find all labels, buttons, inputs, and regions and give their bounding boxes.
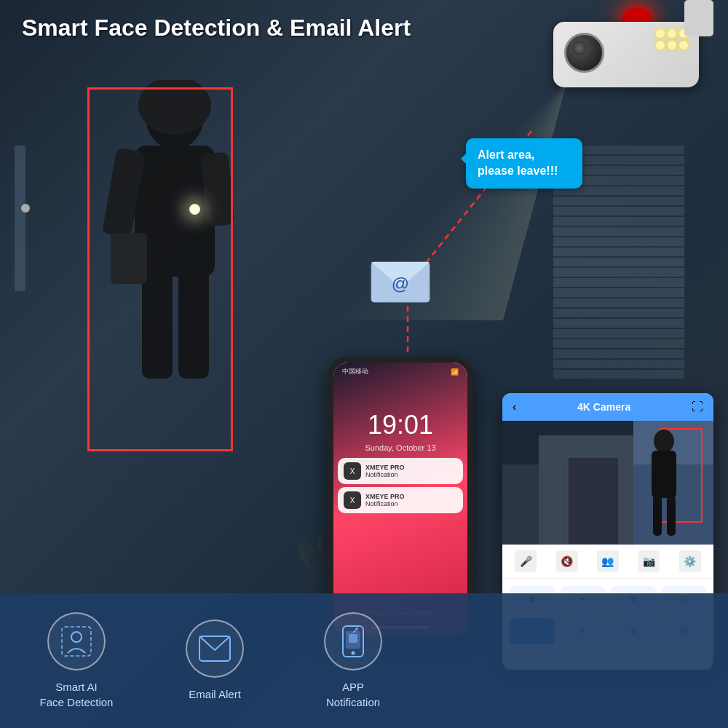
svg-rect-23 <box>653 496 662 536</box>
notif-app-1: XMEYE PRO <box>365 464 405 471</box>
fullscreen-icon[interactable]: ⛶ <box>692 400 703 414</box>
camera <box>553 22 699 87</box>
camera-body <box>553 22 699 87</box>
email-alert-label: Email Alert <box>189 687 241 702</box>
phone-time: 19:01 <box>333 381 467 440</box>
notif-icon-2: X <box>344 491 361 509</box>
camera-light-2 <box>668 29 676 38</box>
app-camera-feed <box>502 421 713 545</box>
header: Smart Face Detection & Email Alert <box>22 15 411 41</box>
svg-rect-18 <box>568 457 619 545</box>
feature-app-notification: APPNotification <box>306 612 400 710</box>
camera-light-1 <box>656 29 665 38</box>
camera-lens <box>564 33 604 73</box>
app-title-bar: ‹ 4K Camera ⛶ <box>502 393 713 421</box>
face-detection-label: Smart AIFace Detection <box>40 679 114 710</box>
notif-app-2: XMEYE PRO <box>365 493 405 500</box>
notif-icon-1: X <box>344 462 361 480</box>
svg-point-26 <box>71 632 82 642</box>
notification-2: X XMEYE PRO Notification <box>338 487 463 513</box>
mic-button[interactable]: 🎤 <box>515 550 537 572</box>
phone-status-bar: 中国移动 📶 <box>333 363 467 381</box>
email-alert-icon-circle <box>186 620 244 678</box>
flashlight <box>189 204 200 215</box>
back-icon[interactable]: ‹ <box>513 400 516 414</box>
settings-button[interactable]: ⚙️ <box>679 550 701 572</box>
camera-lights <box>656 29 688 50</box>
svg-point-21 <box>654 430 674 453</box>
app-controls: 🎤 🔇 👥 📷 ⚙️ <box>502 545 713 579</box>
main-container: 🌿 Smart Face Detection & Email Alert <box>0 0 728 728</box>
camera-light-4 <box>656 41 665 50</box>
camera-mount <box>684 0 713 36</box>
feature-email-alert: Email Alert <box>167 620 262 702</box>
face-detection-icon-circle <box>47 612 106 670</box>
svg-rect-24 <box>667 496 676 536</box>
app-notification-icon-circle <box>324 612 382 670</box>
svg-rect-31 <box>349 634 357 643</box>
notif-msg-1: Notification <box>365 471 405 478</box>
mute-button[interactable]: 🔇 <box>556 550 578 572</box>
camera-light-5 <box>668 41 676 50</box>
door <box>15 146 25 291</box>
wifi-icon: 📶 <box>451 368 459 376</box>
app-title: 4K Camera <box>577 401 630 413</box>
notif-text-2: XMEYE PRO Notification <box>365 493 405 507</box>
svg-point-30 <box>352 651 355 654</box>
svg-rect-22 <box>652 451 676 498</box>
feature-face-detection: Smart AIFace Detection <box>29 612 124 710</box>
camera-light-6 <box>679 41 688 50</box>
page-title: Smart Face Detection & Email Alert <box>22 15 411 41</box>
notif-msg-2: Notification <box>365 500 405 507</box>
person-detection-box <box>87 87 233 451</box>
notification-1: X XMEYE PRO Notification <box>338 458 463 484</box>
people-button[interactable]: 👥 <box>597 550 619 572</box>
door-knob <box>21 204 30 213</box>
carrier-text: 中国移动 <box>342 367 368 376</box>
phone-date: Sunday, October 13 <box>333 443 467 452</box>
app-notification-label: APPNotification <box>326 679 380 710</box>
bottom-bar: Smart AIFace Detection Email Alert <box>0 593 728 728</box>
notif-text-1: XMEYE PRO Notification <box>365 464 405 478</box>
camera-button[interactable]: 📷 <box>638 550 660 572</box>
alert-bubble: Alert area, please leave!!! <box>466 138 582 189</box>
